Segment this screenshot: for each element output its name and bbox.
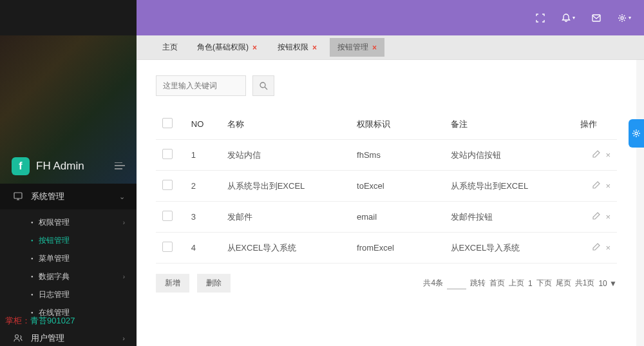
brand-title: FH Admin	[36, 160, 84, 173]
cell-name: 从系统导出到EXCEL	[221, 171, 350, 202]
gear-icon[interactable]: ▾	[618, 14, 631, 23]
brand-logo: f	[12, 157, 30, 175]
pager-pagesize[interactable]: 10 ▼	[598, 279, 617, 288]
subnav-system: ●权限管理› ●按钮管理 ●菜单管理 ●数据字典› ●日志管理 ●在线管理	[0, 209, 137, 325]
subnav-item-button[interactable]: ●按钮管理	[0, 231, 137, 249]
row-checkbox[interactable]	[162, 149, 173, 159]
nav-label: 用户管理	[31, 332, 64, 344]
cell-name: 发站内信	[221, 140, 350, 171]
mail-icon[interactable]	[592, 14, 601, 22]
bell-icon[interactable]: ▾	[562, 14, 575, 23]
cell-perm: fromExcel	[350, 233, 444, 264]
checkbox-all[interactable]	[162, 118, 173, 128]
cell-remark: 从系统导出到EXCEL	[444, 171, 574, 202]
subnav-item-dict[interactable]: ●数据字典›	[0, 267, 137, 285]
add-button[interactable]: 新增	[156, 274, 189, 293]
tab-role[interactable]: 角色(基础权限)×	[189, 38, 265, 57]
pager-last[interactable]: 尾页	[556, 278, 571, 289]
table-row: 1发站内信fhSms发站内信按钮×	[156, 140, 617, 171]
tab-button-mgmt[interactable]: 按钮管理×	[330, 38, 384, 57]
pager-pages: 共1页	[575, 278, 595, 289]
table-row: 2从系统导出到EXCELtoExcel从系统导出到EXCEL×	[156, 171, 617, 202]
svg-point-1	[15, 335, 19, 338]
brand: f FH Admin	[0, 148, 137, 184]
pager-next[interactable]: 下页	[536, 278, 552, 289]
search-icon	[260, 82, 268, 90]
close-icon[interactable]: ×	[312, 43, 317, 52]
close-icon[interactable]: ×	[605, 243, 611, 253]
svg-point-9	[260, 82, 265, 88]
tab-home[interactable]: 主页	[156, 38, 184, 57]
cell-perm: email	[350, 202, 444, 233]
close-icon[interactable]: ×	[605, 212, 611, 222]
table-row: 4从EXCEL导入系统fromExcel从EXCEL导入系统×	[156, 233, 617, 264]
cell-no: 4	[185, 233, 221, 264]
cell-remark: 发站内信按钮	[444, 140, 574, 171]
gear-icon	[632, 129, 641, 138]
close-icon[interactable]: ×	[605, 181, 611, 191]
fullscreen-icon[interactable]	[536, 14, 545, 23]
chevron-right-icon: ›	[122, 334, 125, 342]
pager: 共4条 跳转 首页 上页 1 下页 尾页 共1页 10 ▼	[423, 278, 617, 289]
svg-point-8	[621, 17, 623, 19]
edit-icon[interactable]	[592, 243, 600, 253]
col-ops: 操作	[574, 109, 617, 140]
tab-button-perm[interactable]: 按钮权限×	[270, 38, 325, 57]
col-perm: 权限标识	[350, 109, 444, 140]
row-checkbox[interactable]	[162, 180, 173, 190]
tabs-bar: 主页 角色(基础权限)× 按钮权限× 按钮管理×	[137, 35, 644, 60]
data-table: NO 名称 权限标识 备注 操作 1发站内信fhSms发站内信按钮×2从系统导出…	[156, 109, 617, 264]
table-row: 3发邮件email发邮件按钮×	[156, 202, 617, 233]
edit-icon[interactable]	[592, 181, 600, 191]
col-remark: 备注	[444, 109, 574, 140]
nav-section-users[interactable]: 用户管理 ›	[0, 325, 137, 346]
pager-prev[interactable]: 上页	[509, 278, 524, 289]
cell-no: 3	[185, 202, 221, 233]
settings-side-tab[interactable]	[629, 119, 644, 148]
subnav-item-permission[interactable]: ●权限管理›	[0, 213, 137, 231]
pager-jump-input[interactable]	[447, 278, 466, 289]
pager-jump[interactable]: 跳转	[470, 278, 486, 289]
sidebar: f FH Admin 系统管理 ⌄ ●权限管理› ●按钮管理 ●菜单管理 ●数据…	[0, 0, 137, 346]
pager-current: 1	[528, 279, 533, 288]
nav-section-system[interactable]: 系统管理 ⌄	[0, 184, 137, 209]
menu-toggle-icon[interactable]	[115, 162, 125, 170]
row-checkbox[interactable]	[162, 242, 173, 252]
topbar: ▾ ▾	[137, 0, 644, 35]
close-icon[interactable]: ×	[605, 150, 611, 160]
close-icon[interactable]: ×	[252, 43, 257, 52]
cell-remark: 从EXCEL导入系统	[444, 233, 574, 264]
monitor-icon	[12, 192, 24, 201]
svg-point-10	[635, 132, 638, 135]
content-panel: NO 名称 权限标识 备注 操作 1发站内信fhSms发站内信按钮×2从系统导出…	[137, 60, 636, 346]
cell-perm: fhSms	[350, 140, 444, 171]
pager-first[interactable]: 首页	[489, 278, 505, 289]
chevron-down-icon: ⌄	[119, 193, 125, 201]
users-icon	[12, 334, 24, 343]
svg-rect-7	[592, 15, 600, 21]
search-button[interactable]	[252, 75, 274, 96]
edit-icon[interactable]	[592, 150, 600, 160]
footer-note: 掌柜：青苔901027	[5, 315, 75, 327]
subnav-item-log[interactable]: ●日志管理	[0, 285, 137, 303]
close-icon[interactable]: ×	[372, 43, 377, 52]
chevron-right-icon: ›	[123, 219, 125, 226]
search-row	[156, 75, 617, 96]
cell-remark: 发邮件按钮	[444, 202, 574, 233]
col-no: NO	[185, 109, 221, 140]
bottom-row: 新增 删除 共4条 跳转 首页 上页 1 下页 尾页 共1页 10 ▼	[156, 274, 617, 293]
cell-no: 1	[185, 140, 221, 171]
svg-rect-0	[14, 193, 22, 198]
search-input[interactable]	[156, 75, 246, 96]
delete-button[interactable]: 删除	[197, 274, 231, 293]
row-checkbox[interactable]	[162, 211, 173, 221]
subnav-item-menu[interactable]: ●菜单管理	[0, 249, 137, 267]
cell-perm: toExcel	[350, 171, 444, 202]
col-name: 名称	[221, 109, 350, 140]
chevron-right-icon: ›	[123, 273, 125, 280]
nav-label: 系统管理	[31, 191, 64, 202]
edit-icon[interactable]	[592, 212, 600, 222]
cell-name: 从EXCEL导入系统	[221, 233, 350, 264]
cell-no: 2	[185, 171, 221, 202]
table-header-row: NO 名称 权限标识 备注 操作	[156, 109, 617, 140]
